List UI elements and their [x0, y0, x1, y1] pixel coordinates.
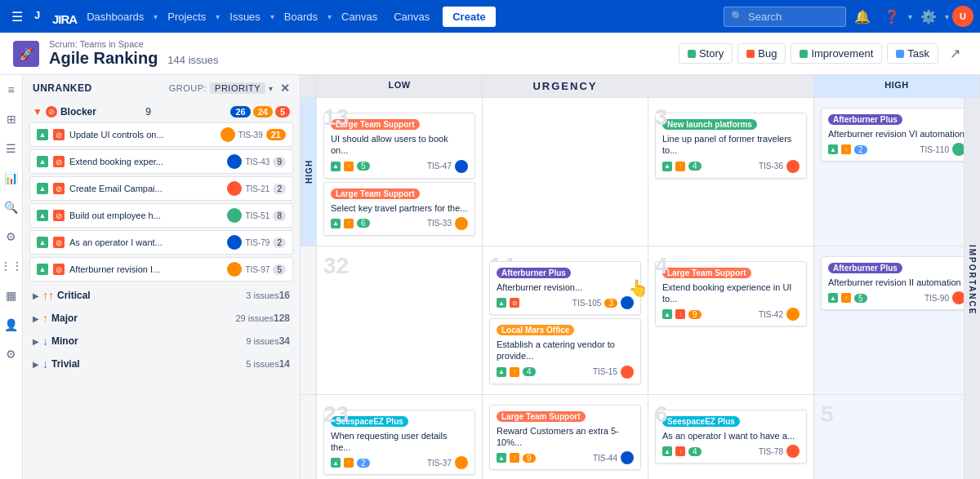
story-icon: ▲: [331, 162, 341, 171]
filter-task-button[interactable]: Task: [887, 43, 938, 64]
critical-row[interactable]: ▶ ↑↑ Critical 3 issues 16: [23, 284, 300, 307]
avatar: [621, 366, 634, 379]
hamburger-icon[interactable]: ☰: [7, 6, 28, 28]
priority-up-icon: ↑: [510, 453, 519, 463]
card-footer: ▲ ⊘ TIS-105 3: [497, 296, 634, 309]
list-item[interactable]: SeespaceEZ Plus As an operator I want to…: [655, 410, 807, 463]
card-title: As an operator I want to have a...: [662, 430, 800, 441]
sidebar-filter-icon[interactable]: ▦: [3, 287, 20, 304]
priority-num: 5: [854, 294, 867, 303]
list-item[interactable]: Afterburner Plus Afterburner revision II…: [821, 256, 973, 310]
card-label: Afterburner Plus: [828, 263, 902, 273]
jira-logo: J JIRA: [31, 6, 77, 28]
sidebar-chart-icon[interactable]: 📊: [3, 170, 20, 186]
create-button[interactable]: Create: [443, 7, 495, 27]
cell-num: 3: [655, 104, 668, 131]
priority-num: 2: [357, 459, 370, 468]
cell-num: 13: [323, 104, 349, 131]
story-icon: ▲: [37, 237, 48, 248]
list-item[interactable]: Afterburner Plus Afterburner revision VI…: [821, 108, 973, 162]
filter-bug-button[interactable]: Bug: [737, 43, 786, 64]
priority-up-icon: ↑: [841, 293, 851, 303]
sidebar-grid-icon[interactable]: ⋮⋮: [3, 258, 20, 274]
help-icon[interactable]: ❓: [879, 6, 905, 28]
notification-icon[interactable]: 🔔: [849, 6, 875, 28]
filter-improvement-button[interactable]: Improvement: [791, 43, 882, 64]
story-icon: ▲: [662, 309, 672, 319]
issue-meta: TIS-39 21: [220, 127, 286, 142]
nav-canvas1[interactable]: Canvas: [335, 7, 384, 26]
row-label-high: HIGH: [301, 98, 317, 246]
avatar: [227, 208, 242, 223]
issue-count: 144 issues: [167, 54, 218, 66]
cell-num: 23: [323, 401, 349, 428]
nav-issues[interactable]: Issues: [223, 7, 267, 26]
sidebar-settings-icon[interactable]: ⚙: [3, 228, 20, 245]
avatar: [455, 456, 468, 469]
minor-icon: ↓: [42, 335, 48, 348]
projects-chevron: ▾: [216, 12, 220, 21]
priority-up-icon: ↑: [510, 367, 519, 377]
unranked-panel: UNRANKED Group: priority ▾ ✕ ▼ ⊘ Blocker…: [23, 75, 301, 479]
list-item[interactable]: Local Mars Office Establish a catering v…: [489, 318, 641, 384]
card-title: Line up panel of former travelers to...: [662, 133, 800, 157]
priority-badge[interactable]: priority: [210, 82, 265, 94]
priority-up-icon: ↑: [344, 458, 354, 468]
project-icon: 🚀: [13, 41, 39, 67]
list-item[interactable]: Large Team Support Select key travel par…: [323, 182, 475, 236]
filter-story-button[interactable]: Story: [679, 43, 733, 64]
sidebar-gear-icon[interactable]: ⚙: [3, 346, 20, 362]
close-filter-button[interactable]: ✕: [280, 82, 291, 95]
card-label: Afterburner Plus: [828, 114, 902, 125]
card-footer: ▲ ↑ 4 TIS-36: [662, 160, 800, 173]
trivial-row[interactable]: ▶ ↓ Trivial 5 issues 14: [23, 353, 300, 375]
settings-icon[interactable]: ⚙️: [915, 6, 942, 28]
sidebar-list-icon[interactable]: ☰: [3, 140, 20, 157]
search-box[interactable]: 🔍: [724, 7, 846, 27]
search-input[interactable]: [748, 11, 830, 23]
nav-projects[interactable]: Projects: [161, 7, 212, 26]
cell-low-3: 23 SeespaceEZ Plus When requesting user …: [317, 395, 483, 479]
story-icon: ▲: [662, 162, 672, 171]
col-header-low: LOW: [317, 75, 483, 97]
list-item[interactable]: Large Team Support Extend booking experi…: [655, 261, 807, 327]
major-row[interactable]: ▶ ↑ Major 29 issues 128: [23, 307, 300, 330]
card-id: TIS-105: [572, 299, 602, 308]
sidebar-expand-icon[interactable]: ≡: [3, 82, 20, 98]
minor-row[interactable]: ▶ ↓ Minor 9 issues 34: [23, 330, 300, 353]
subheader: 🚀 Scrum: Teams in Space Agile Ranking 14…: [0, 33, 980, 75]
list-item[interactable]: Afterburner Plus Afterburner revision...…: [489, 261, 641, 315]
table-row[interactable]: ▲ ⊘ Create Email Campai... TIS-21 2: [29, 176, 293, 201]
list-item[interactable]: New launch platforms Line up panel of fo…: [655, 113, 807, 179]
card-id: TIS-78: [759, 447, 783, 456]
table-row[interactable]: ▲ ⊘ Update UI controls on... TIS-39 21: [29, 122, 293, 147]
sidebar-board-icon[interactable]: ⊞: [3, 111, 20, 127]
nav-dashboards[interactable]: Dashboards: [80, 7, 150, 26]
story-icon: ▲: [497, 453, 506, 463]
cell-empty-1: [483, 98, 648, 246]
col-header-mid: [648, 75, 814, 97]
blocker-count-orange: 24: [253, 106, 273, 118]
blocker-section: ▼ ⊘ Blocker 9 26 24 5 ▲ ⊘ Update UI cont…: [23, 101, 300, 282]
nav-canvas2[interactable]: Canvas: [387, 7, 436, 26]
card-label: Large Team Support: [662, 268, 751, 278]
table-row[interactable]: ▲ ⊘ Build out employee h... TIS-51 8: [29, 203, 293, 228]
blocker-header-row[interactable]: ▼ ⊘ Blocker 9 26 24 5: [23, 101, 300, 122]
sidebar-people-icon[interactable]: 👤: [3, 317, 20, 333]
table-row[interactable]: ▲ ⊘ As an operator I want... TIS-79 2: [29, 230, 293, 255]
export-button[interactable]: ↗: [943, 42, 967, 64]
card-id: TIS-33: [427, 219, 452, 228]
table-row[interactable]: ▲ ⊘ Afterburner revision I... TIS-97 5: [29, 257, 293, 282]
user-avatar[interactable]: U: [952, 6, 973, 27]
sidebar-search-icon[interactable]: 🔍: [3, 199, 20, 215]
table-row[interactable]: ▲ ⊘ Extend booking exper... TIS-43 9: [29, 149, 293, 174]
improvement-dot: [800, 50, 808, 58]
bug-dot: [746, 50, 755, 58]
board-area: UNRANKED Group: priority ▾ ✕ ▼ ⊘ Blocker…: [23, 75, 980, 479]
grid-area: LOW URGENCY HIGH HIGH 13 Large Team Supp…: [301, 75, 980, 479]
card-title: Afterburner revision VI automation: [828, 128, 965, 140]
nav-boards[interactable]: Boards: [278, 7, 324, 26]
priority-num: 9: [688, 310, 702, 319]
list-item[interactable]: Large Team Support Reward Customers an e…: [489, 405, 641, 471]
blocker-icon-small: ⊘: [53, 237, 65, 248]
